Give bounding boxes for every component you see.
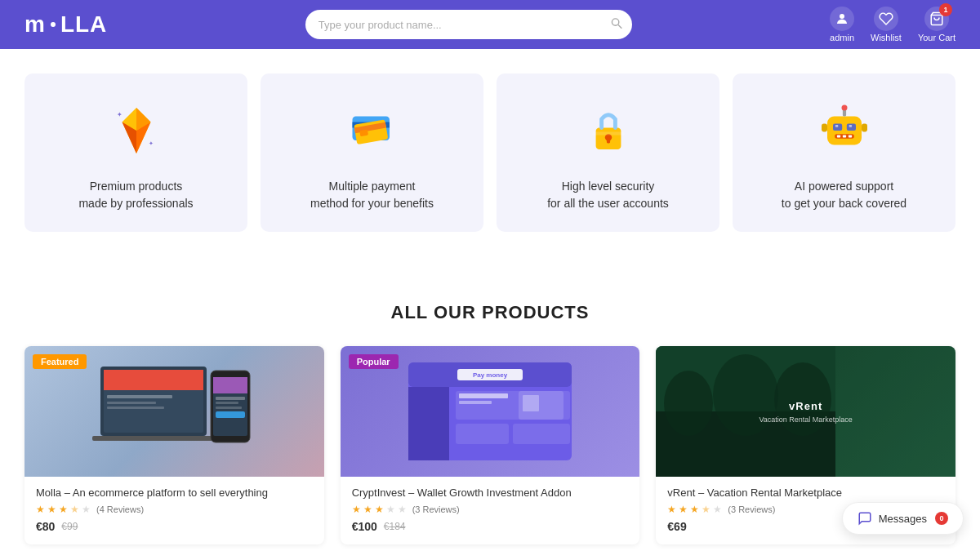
svg-rect-30: [822, 124, 827, 132]
product-old-price-1: €99: [61, 521, 78, 532]
product-old-price-2: €184: [384, 521, 406, 532]
star-2-3: ★: [375, 504, 384, 515]
svg-rect-20: [833, 124, 842, 131]
svg-rect-44: [216, 407, 242, 409]
product-badge-featured: Featured: [33, 354, 87, 369]
logo-dots: [51, 22, 56, 27]
product-stars-1: ★ ★ ★ ★ ★ (4 Reviews): [36, 504, 313, 515]
messages-button[interactable]: Messages 0: [842, 502, 964, 535]
admin-avatar: [830, 7, 854, 31]
svg-rect-37: [107, 407, 164, 409]
svg-rect-43: [216, 402, 238, 404]
star-2-2: ★: [363, 504, 372, 515]
svg-rect-38: [92, 436, 215, 441]
svg-text:✦: ✦: [116, 110, 122, 118]
cart-badge: 1: [939, 3, 952, 16]
feature-card-security: High level security for all the user acc…: [497, 73, 719, 232]
site-header: m LLA admin: [0, 0, 980, 49]
cart-button[interactable]: 1 Your Cart: [918, 7, 956, 42]
svg-rect-17: [606, 137, 609, 143]
product-name-3: vRent – Vacation Rental Marketplace: [667, 487, 944, 499]
messages-icon: [858, 511, 872, 526]
search-input[interactable]: [305, 10, 632, 39]
admin-label: admin: [830, 33, 854, 42]
wishlist-icon: [874, 7, 898, 31]
product-price-1: €80: [36, 520, 55, 533]
svg-rect-57: [523, 395, 539, 411]
messages-label: Messages: [879, 513, 927, 525]
site-logo[interactable]: m LLA: [24, 11, 107, 38]
cart-icon: 1: [924, 7, 949, 31]
star-3-2: ★: [679, 504, 688, 515]
svg-rect-53: [459, 401, 492, 404]
svg-text:Pay money: Pay money: [473, 371, 508, 379]
star-2-empty-2: ★: [398, 504, 407, 515]
product-price-2: €100: [352, 520, 377, 533]
product-thumb-3: vRent Vacation Rental Marketplace: [656, 346, 956, 477]
svg-rect-36: [107, 402, 156, 404]
cart-label: Your Cart: [918, 33, 956, 42]
svg-rect-52: [459, 393, 508, 398]
feature-card-premium: ✦ ✦ Premium products made by professiona…: [24, 73, 247, 232]
svg-rect-34: [104, 370, 203, 390]
features-section: ✦ ✦ Premium products made by professiona…: [0, 49, 980, 256]
product-name-1: Molla – An ecommerce platform to sell ev…: [36, 487, 313, 499]
feature-icon-premium: ✦ ✦: [104, 98, 169, 163]
star-empty-1: ★: [82, 504, 91, 515]
features-grid: ✦ ✦ Premium products made by professiona…: [24, 73, 956, 232]
star-half: ★: [70, 504, 79, 515]
svg-text:✦: ✦: [149, 140, 154, 146]
product-stars-2: ★ ★ ★ ★ ★ (3 Reviews): [352, 504, 629, 515]
feature-title-payment: Multiple payment method for your benefit…: [310, 178, 434, 212]
feature-icon-security: [576, 98, 641, 163]
vrent-overlay: vRent Vacation Rental Marketplace: [656, 346, 956, 477]
wishlist-label: Wishlist: [871, 33, 902, 42]
product-card-2[interactable]: Popular Pay money: [341, 346, 640, 544]
product-price-wrap-1: €80 €99: [36, 520, 313, 533]
product-name-2: CryptInvest – Wallet Growth Investment A…: [352, 487, 629, 499]
header-actions: admin Wishlist 1 Your Cart: [830, 7, 956, 42]
feature-title-security: High level security for all the user acc…: [547, 178, 669, 212]
svg-rect-55: [513, 424, 570, 444]
product-price-wrap-2: €100 €184: [352, 520, 629, 533]
svg-rect-21: [846, 124, 855, 131]
svg-rect-45: [216, 411, 245, 418]
products-section-title: ALL OUR PRODUCTS: [24, 302, 956, 323]
review-count-2: (3 Reviews): [412, 504, 460, 514]
feature-title-ai: AI powered support to get your back cove…: [782, 178, 906, 212]
svg-rect-19: [827, 117, 862, 145]
svg-point-2: [840, 14, 844, 19]
product-thumb-2: Popular Pay money: [341, 346, 640, 477]
feature-icon-payment: [340, 98, 405, 163]
feature-card-ai: AI powered support to get your back cove…: [733, 73, 956, 232]
svg-rect-26: [842, 136, 845, 138]
star-3-3: ★: [690, 504, 699, 515]
wishlist-button[interactable]: Wishlist: [871, 7, 902, 42]
star-3: ★: [59, 504, 68, 515]
svg-rect-35: [107, 395, 172, 398]
product-info-2: CryptInvest – Wallet Growth Investment A…: [341, 477, 640, 544]
search-icon: [611, 18, 622, 32]
product-badge-popular: Popular: [349, 354, 399, 369]
star-3-1: ★: [667, 504, 676, 515]
review-count-3: (3 Reviews): [728, 504, 775, 514]
products-section: ALL OUR PRODUCTS Featured: [0, 269, 980, 551]
svg-rect-27: [848, 136, 851, 138]
svg-rect-31: [862, 124, 867, 132]
feature-title-premium: Premium products made by professionals: [78, 178, 193, 212]
svg-rect-22: [835, 125, 838, 127]
star-2: ★: [47, 504, 56, 515]
svg-point-29: [841, 105, 847, 111]
svg-rect-54: [456, 424, 509, 444]
star-2-1: ★: [352, 504, 361, 515]
search-bar: [305, 10, 632, 39]
review-count-1: (4 Reviews): [96, 504, 144, 514]
messages-badge: 0: [935, 512, 948, 525]
svg-point-0: [612, 19, 618, 25]
star-3-half: ★: [702, 504, 710, 515]
feature-icon-ai: [812, 98, 877, 163]
products-grid-top: Featured: [24, 346, 956, 544]
product-card-1[interactable]: Featured: [24, 346, 324, 544]
admin-button[interactable]: admin: [830, 7, 854, 42]
svg-line-1: [618, 25, 621, 29]
